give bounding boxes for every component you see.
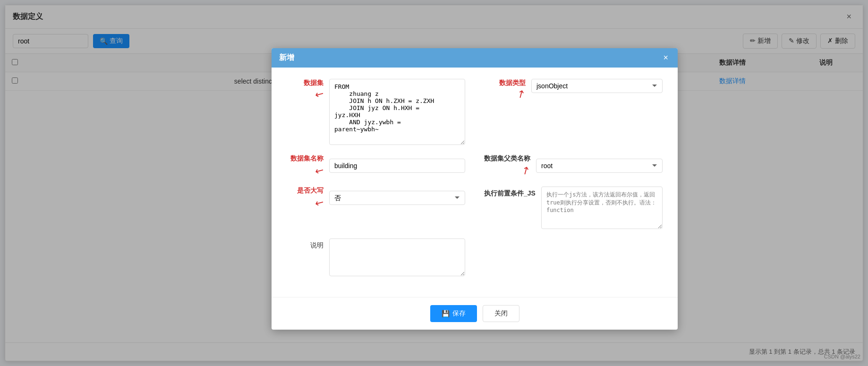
dataset-name-group: 数据集名称 ↙: [287, 154, 465, 177]
parent-name-label: 数据集父类名称: [484, 154, 530, 162]
save-label: 保存: [452, 309, 466, 317]
dialog-title: 新增: [279, 52, 294, 62]
parent-name-select[interactable]: root: [536, 158, 663, 172]
precondition-group: 执行前置条件_JS: [484, 186, 663, 229]
is-upper-arrow-icon: ↙: [313, 196, 326, 211]
desc-input[interactable]: [329, 238, 465, 276]
dataset-name-arrow-icon: ↙: [313, 163, 326, 179]
save-icon: 💾: [442, 309, 450, 317]
is-upper-group: 是否大写 ↙ 否 是: [287, 186, 465, 209]
data-type-arrow-icon: ↙: [515, 87, 528, 101]
is-upper-select[interactable]: 否 是: [329, 190, 465, 204]
form-row-1: 数据集 ↙ FROM zhuang z JOIN h ON h.ZXH = z.…: [287, 78, 663, 145]
dialog-header: 新增 ×: [272, 48, 678, 67]
data-type-label: 数据类型: [499, 78, 526, 87]
dataset-arrow-icon: ↙: [313, 87, 326, 101]
parent-name-group: 数据集父类名称 ↙ root: [484, 154, 663, 177]
form-row-3: 是否大写 ↙ 否 是 执行前置条件_JS: [287, 186, 663, 229]
data-type-group: 数据类型 ↙ jsonObject jsonArray string numbe…: [484, 78, 663, 99]
form-row-2: 数据集名称 ↙ 数据集父类名称 ↙ root: [287, 154, 663, 177]
dialog-footer: 💾 保存 关闭: [272, 297, 678, 329]
is-upper-label: 是否大写: [297, 186, 323, 195]
dataset-label: 数据集: [304, 78, 323, 87]
dataset-sql-input[interactable]: FROM zhuang z JOIN h ON h.ZXH = z.ZXH JO…: [329, 78, 465, 145]
desc-label: 说明: [287, 238, 329, 249]
save-button[interactable]: 💾 保存: [430, 305, 477, 322]
parent-name-arrow-icon: ↙: [519, 163, 533, 179]
close-dialog-button[interactable]: 关闭: [483, 305, 519, 322]
add-dialog: 新增 × 数据集 ↙ FROM zhuang z JOIN h ON h.ZXH…: [272, 48, 678, 329]
form-row-4: 说明: [287, 238, 663, 276]
dataset-name-label: 数据集名称: [290, 154, 323, 162]
precondition-label: 执行前置条件_JS: [484, 186, 541, 197]
data-type-select[interactable]: jsonObject jsonArray string number: [531, 78, 663, 93]
dataset-group: 数据集 ↙ FROM zhuang z JOIN h ON h.ZXH = z.…: [287, 78, 465, 145]
precondition-input[interactable]: [541, 186, 663, 229]
dataset-name-input[interactable]: [329, 158, 465, 172]
desc-group: 说明: [287, 238, 465, 276]
dialog-body: 数据集 ↙ FROM zhuang z JOIN h ON h.ZXH = z.…: [272, 67, 678, 297]
dialog-close-button[interactable]: ×: [661, 52, 670, 62]
